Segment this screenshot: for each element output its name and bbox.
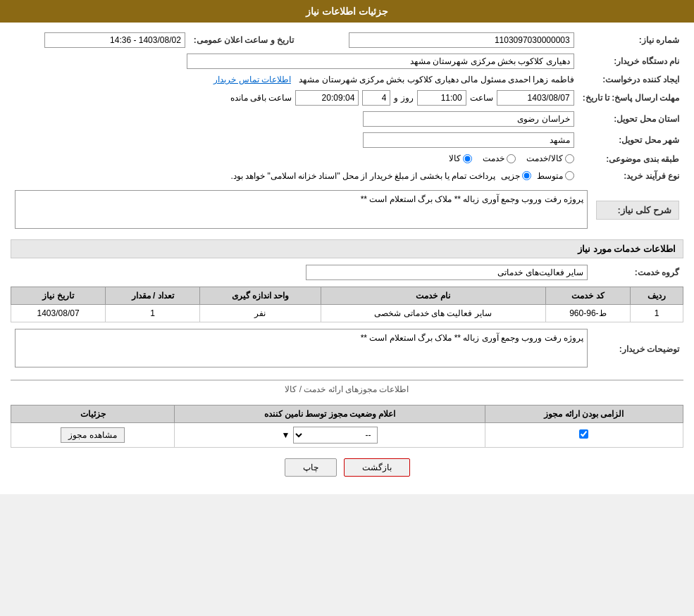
permissions-section-title: اطلاعات مجوزهای ارائه خدمت / کالا — [285, 384, 409, 394]
col-header-row: ردیف — [631, 287, 683, 304]
deadline-time-input[interactable] — [417, 90, 466, 106]
perm-table-row: -- ▼ مشاهده مجوز — [11, 422, 683, 447]
permissions-table: الزامی بودن ارائه مجوز اعلام وضعیت مجوز … — [11, 405, 683, 448]
need-description-cell: پروژه رفت وروب وجمع آوری زباله ** ملاک ب… — [11, 187, 592, 234]
category-cell: کالا/خدمت خدمت کالا — [11, 151, 578, 168]
purchase-type-radio-jozi[interactable]: جزیی — [501, 171, 531, 181]
contact-link[interactable]: اطلاعات تماس خریدار — [213, 75, 291, 84]
need-description-wrapper: پروژه رفت وروب وجمع آوری زباله ** ملاک ب… — [15, 190, 588, 231]
permissions-divider: اطلاعات مجوزهای ارائه خدمت / کالا — [11, 379, 683, 398]
button-bar: بازگشت چاپ — [11, 458, 683, 477]
back-button[interactable]: بازگشت — [344, 458, 410, 477]
page-wrapper: جزئیات اطلاعات نیاز شماره نیاز: تاریخ و … — [0, 0, 694, 494]
province-input[interactable] — [363, 111, 574, 127]
buyer-notes-textarea[interactable]: پروژه رفت وروب وجمع آوری زباله ** ملاک ب… — [15, 329, 588, 367]
page-header: جزئیات اطلاعات نیاز — [0, 0, 694, 23]
deadline-label: مهلت ارسال پاسخ: تا تاریخ: — [578, 87, 683, 108]
creator-label: ایجاد کننده درخواست: — [578, 72, 683, 87]
cell-quantity: 1 — [106, 304, 200, 322]
deadline-remaining-label: ساعت باقی مانده — [230, 93, 292, 103]
page-title: جزئیات اطلاعات نیاز — [306, 6, 388, 17]
deadline-time-label: ساعت — [470, 93, 493, 103]
service-group-label: گروه خدمت: — [592, 262, 683, 283]
perm-status-cell: -- ▼ — [175, 422, 485, 447]
perm-col-details: جزئیات — [11, 405, 175, 422]
need-description-section-title: شرح کلی نیاز: — [596, 201, 679, 220]
deadline-label-text: مهلت ارسال پاسخ: تا تاریخ: — [583, 93, 679, 103]
info-table: شماره نیاز: تاریخ و ساعت اعلان عمومی: نا… — [11, 30, 683, 184]
table-row: 1 ط-96-960 سایر فعالیت های خدماتی شخصی ن… — [11, 304, 683, 322]
col-header-quantity: تعداد / مقدار — [106, 287, 200, 304]
purchase-type-cell: متوسط جزیی پرداخت تمام یا بخشی از مبلغ خ… — [11, 168, 578, 184]
category-label: طبقه بندی موضوعی: — [578, 151, 683, 168]
deadline-days-input[interactable] — [362, 90, 390, 106]
province-cell — [11, 108, 578, 130]
buyer-org-input[interactable] — [187, 54, 574, 69]
col-header-name: نام خدمت — [321, 287, 545, 304]
col-header-code: کد خدمت — [545, 287, 631, 304]
need-number-input[interactable] — [349, 32, 574, 48]
dropdown-arrow-icon: ▼ — [282, 430, 290, 440]
perm-required-checkbox[interactable] — [579, 429, 588, 439]
perm-required-cell — [485, 422, 683, 447]
creator-value: فاطمه زهرا احمدی مسئول مالی دهیاری کلاکو… — [299, 75, 574, 84]
perm-col-status: اعلام وضعیت مجوز توسط نامین کننده — [175, 405, 485, 422]
announcement-date-cell — [11, 30, 190, 51]
deadline-remaining-input[interactable] — [295, 90, 359, 106]
buyer-notes-label-text: توضیحات خریدار: — [596, 344, 679, 354]
cell-unit: نفر — [200, 304, 321, 322]
need-number-cell — [298, 30, 578, 51]
purchase-type-description: پرداخت تمام یا بخشی از مبلغ خریدار از مح… — [230, 171, 495, 181]
province-label: استان محل تحویل: — [578, 108, 683, 130]
city-label: شهر محل تحویل: — [578, 130, 683, 151]
deadline-cell: ساعت روز و ساعت باقی مانده — [11, 87, 578, 108]
service-group-table: گروه خدمت: — [11, 262, 683, 283]
category-radio-khidmat[interactable]: خدمت — [483, 153, 516, 163]
city-cell — [11, 130, 578, 151]
buyer-notes-cell: پروژه رفت وروب وجمع آوری زباله ** ملاک ب… — [11, 326, 592, 372]
col-header-date: تاریخ نیاز — [11, 287, 106, 304]
services-table: ردیف کد خدمت نام خدمت واحد اندازه گیری ت… — [11, 287, 683, 322]
city-input[interactable] — [363, 132, 574, 148]
buyer-notes-wrapper: پروژه رفت وروب وجمع آوری زباله ** ملاک ب… — [15, 329, 588, 370]
buyer-org-cell — [11, 51, 578, 72]
announcement-date-input[interactable] — [44, 32, 185, 48]
cell-row: 1 — [631, 304, 683, 322]
main-content: شماره نیاز: تاریخ و ساعت اعلان عمومی: نا… — [0, 23, 694, 494]
view-permit-button[interactable]: مشاهده مجوز — [61, 427, 124, 443]
buyer-org-label: نام دستگاه خریدار: — [578, 51, 683, 72]
service-group-input[interactable] — [306, 265, 588, 280]
cell-name: سایر فعالیت های خدماتی شخصی — [321, 304, 545, 322]
deadline-day-label: روز و — [394, 93, 413, 103]
print-button[interactable]: چاپ — [285, 458, 337, 477]
col-header-unit: واحد اندازه گیری — [200, 287, 321, 304]
announcement-date-label: تاریخ و ساعت اعلان عمومی: — [190, 30, 298, 51]
deadline-date-input[interactable] — [497, 90, 574, 106]
purchase-type-label: نوع فرآیند خرید: — [578, 168, 683, 184]
perm-details-cell: مشاهده مجوز — [11, 422, 175, 447]
category-radio-kala-khidmat[interactable]: کالا/خدمت — [526, 153, 574, 163]
need-description-label: شرح کلی نیاز: — [592, 187, 683, 234]
buyer-notes-table: توضیحات خریدار: پروژه رفت وروب وجمع آوری… — [11, 326, 683, 372]
perm-col-required: الزامی بودن ارائه مجوز — [485, 405, 683, 422]
need-description-table: شرح کلی نیاز: پروژه رفت وروب وجمع آوری ز… — [11, 187, 683, 234]
perm-status-select[interactable]: -- — [293, 427, 378, 444]
need-number-label: شماره نیاز: — [578, 30, 683, 51]
services-section-title: اطلاعات خدمات مورد نیاز — [11, 239, 683, 258]
cell-code: ط-96-960 — [545, 304, 631, 322]
category-radio-kala[interactable]: کالا — [449, 153, 472, 163]
purchase-type-radio-motavaset[interactable]: متوسط — [537, 171, 574, 181]
buyer-notes-label: توضیحات خریدار: — [592, 326, 683, 372]
cell-date: 1403/08/07 — [11, 304, 106, 322]
service-group-cell — [11, 262, 592, 283]
need-description-textarea[interactable]: پروژه رفت وروب وجمع آوری زباله ** ملاک ب… — [15, 190, 588, 229]
creator-cell: فاطمه زهرا احمدی مسئول مالی دهیاری کلاکو… — [11, 72, 578, 87]
